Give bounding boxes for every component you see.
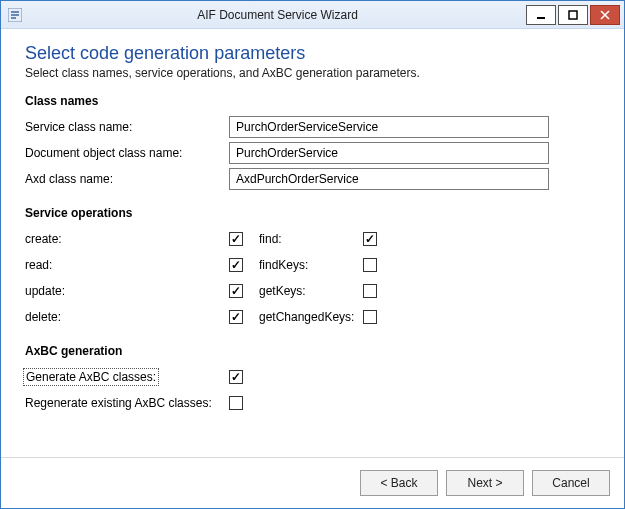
section-axbc: AxBC generation (25, 344, 600, 358)
ops-row-2: update: getKeys: (25, 278, 600, 304)
label-service-class: Service class name: (25, 120, 229, 134)
section-class-names: Class names (25, 94, 600, 108)
check-update[interactable] (229, 284, 243, 298)
ops-row-1: read: findKeys: (25, 252, 600, 278)
page-subtitle: Select class names, service operations, … (25, 66, 600, 80)
check-read[interactable] (229, 258, 243, 272)
svg-rect-5 (569, 11, 577, 19)
svg-rect-3 (11, 17, 16, 19)
minimize-button[interactable] (526, 5, 556, 25)
check-findkeys[interactable] (363, 258, 377, 272)
ops-row-0: create: find: (25, 226, 600, 252)
svg-rect-1 (11, 11, 19, 13)
ops-row-3: delete: getChangedKeys: (25, 304, 600, 330)
back-button[interactable]: < Back (360, 470, 438, 496)
input-axd-class[interactable] (229, 168, 549, 190)
row-generate-axbc: Generate AxBC classes: (25, 364, 600, 390)
label-update: update: (25, 284, 229, 298)
label-getchangedkeys: getChangedKeys: (259, 310, 363, 324)
label-regenerate-axbc: Regenerate existing AxBC classes: (25, 396, 229, 410)
check-find[interactable] (363, 232, 377, 246)
label-document-class: Document object class name: (25, 146, 229, 160)
close-button[interactable] (590, 5, 620, 25)
svg-rect-2 (11, 14, 19, 16)
window-buttons (526, 1, 624, 28)
maximize-button[interactable] (558, 5, 588, 25)
label-getkeys: getKeys: (259, 284, 363, 298)
window-title: AIF Document Service Wizard (29, 8, 526, 22)
label-find: find: (259, 232, 363, 246)
row-service-class: Service class name: (25, 114, 600, 140)
titlebar: AIF Document Service Wizard (1, 1, 624, 29)
check-getkeys[interactable] (363, 284, 377, 298)
wizard-footer: < Back Next > Cancel (1, 457, 624, 508)
cancel-button[interactable]: Cancel (532, 470, 610, 496)
label-axd-class: Axd class name: (25, 172, 229, 186)
wizard-window: AIF Document Service Wizard Select code … (0, 0, 625, 509)
next-button[interactable]: Next > (446, 470, 524, 496)
label-delete: delete: (25, 310, 229, 324)
check-regenerate-axbc[interactable] (229, 396, 243, 410)
row-document-class: Document object class name: (25, 140, 600, 166)
section-service-ops: Service operations (25, 206, 600, 220)
label-findkeys: findKeys: (259, 258, 363, 272)
check-delete[interactable] (229, 310, 243, 324)
svg-rect-4 (537, 17, 545, 19)
label-create: create: (25, 232, 229, 246)
check-getchangedkeys[interactable] (363, 310, 377, 324)
check-generate-axbc[interactable] (229, 370, 243, 384)
input-document-class[interactable] (229, 142, 549, 164)
row-regenerate-axbc: Regenerate existing AxBC classes: (25, 390, 600, 416)
app-icon (1, 1, 29, 28)
check-create[interactable] (229, 232, 243, 246)
input-service-class[interactable] (229, 116, 549, 138)
wizard-content: Select code generation parameters Select… (1, 29, 624, 457)
page-title: Select code generation parameters (25, 43, 600, 64)
label-generate-axbc: Generate AxBC classes: (25, 370, 229, 384)
row-axd-class: Axd class name: (25, 166, 600, 192)
label-read: read: (25, 258, 229, 272)
